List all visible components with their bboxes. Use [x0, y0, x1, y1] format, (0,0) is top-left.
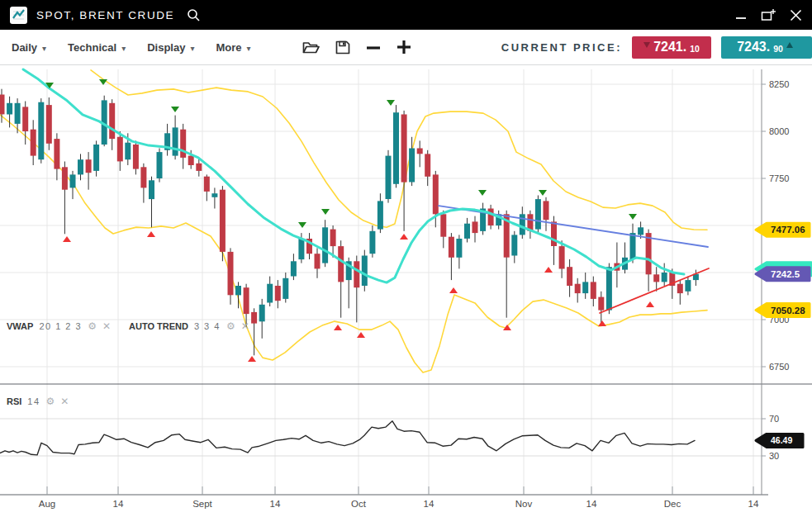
- svg-text:30: 30: [769, 451, 779, 461]
- svg-text:14: 14: [586, 499, 597, 509]
- svg-text:7750: 7750: [769, 173, 789, 183]
- price-down-arrow-icon: [643, 42, 650, 48]
- svg-text:8250: 8250: [769, 79, 789, 89]
- svg-text:Aug: Aug: [39, 499, 55, 509]
- svg-text:Dec: Dec: [664, 499, 681, 509]
- current-price-label: CURRENT PRICE:: [501, 41, 622, 54]
- vwap-line: [23, 69, 684, 282]
- indicator-legend-row: VWAP 20 1 2 3 ⚙ ✕ AUTO TREND 3 3 4 ⚙ ✕: [7, 321, 249, 331]
- menu-more-label: More: [216, 41, 241, 54]
- svg-text:7477.06: 7477.06: [771, 225, 805, 235]
- menu-technical-label: Technical: [68, 41, 116, 54]
- vwap-indicator-label: VWAP: [7, 321, 33, 331]
- svg-text:7050.28: 7050.28: [771, 306, 805, 315]
- menu-technical[interactable]: Technical ▾: [68, 41, 126, 54]
- ask-price-main: 7243.: [737, 40, 770, 55]
- minimize-button[interactable]: [735, 9, 747, 21]
- autotrend-settings-gear-icon[interactable]: ⚙: [226, 321, 235, 331]
- auto-trend-lines: [439, 206, 709, 313]
- svg-text:70: 70: [769, 414, 779, 424]
- menu-daily[interactable]: Daily ▾: [12, 41, 46, 54]
- svg-text:14: 14: [424, 499, 434, 509]
- ask-price-fraction: 90: [773, 44, 783, 54]
- svg-text:14: 14: [113, 499, 124, 509]
- title-bar: SPOT, BRENT CRUDE: [0, 0, 812, 30]
- price-up-arrow-icon: [786, 42, 793, 48]
- menu-display-label: Display: [147, 41, 185, 54]
- zoom-out-icon[interactable]: [366, 40, 381, 55]
- svg-text:Nov: Nov: [515, 499, 533, 509]
- vwap-settings-gear-icon[interactable]: ⚙: [88, 321, 97, 331]
- svg-text:Oct: Oct: [351, 499, 367, 509]
- menu-more[interactable]: More ▾: [216, 41, 250, 54]
- svg-text:8000: 8000: [769, 126, 789, 136]
- svg-text:14: 14: [270, 499, 281, 509]
- window-title: SPOT, BRENT CRUDE: [36, 9, 174, 21]
- autotrend-indicator-params: 3 3 4: [194, 321, 221, 331]
- popout-window-button[interactable]: [761, 8, 776, 21]
- vwap-remove-icon[interactable]: ✕: [102, 321, 111, 331]
- toolbar: Daily ▾ Technical ▾ Display ▾ More ▾: [0, 30, 812, 65]
- svg-text:Sept: Sept: [192, 499, 212, 509]
- bid-price-fraction: 10: [690, 44, 700, 54]
- search-icon[interactable]: [187, 8, 201, 22]
- app-logo-icon: [10, 7, 27, 24]
- ask-price-badge: 7243. 90: [721, 36, 812, 59]
- svg-text:7242.5: 7242.5: [771, 269, 800, 279]
- candlesticks: [0, 89, 699, 356]
- chevron-down-icon: ▾: [42, 42, 46, 53]
- rsi-settings-gear-icon[interactable]: ⚙: [46, 396, 55, 406]
- bid-price-badge: 7241. 10: [632, 36, 711, 59]
- svg-text:6750: 6750: [769, 362, 789, 372]
- rsi-remove-icon[interactable]: ✕: [60, 396, 69, 406]
- price-badges: 7477.067242.57050.2846.49: [756, 223, 811, 447]
- close-button[interactable]: [790, 9, 802, 21]
- autotrend-indicator-label: AUTO TREND: [129, 321, 188, 331]
- zoom-in-icon[interactable]: [397, 40, 411, 55]
- menu-daily-label: Daily: [12, 41, 37, 54]
- price-chart[interactable]: Aug14Sept14Oct14Nov14Dec1482508000775075…: [0, 65, 812, 516]
- menu-display[interactable]: Display ▾: [147, 41, 194, 54]
- svg-text:14: 14: [748, 499, 759, 509]
- rsi-line: [0, 421, 695, 455]
- rsi-legend-row: RSI 14 ⚙ ✕: [7, 396, 69, 406]
- open-folder-icon[interactable]: [302, 40, 320, 55]
- chevron-down-icon: ▾: [190, 42, 194, 53]
- svg-text:46.49: 46.49: [771, 435, 792, 445]
- bid-price-main: 7241.: [653, 40, 686, 55]
- rsi-indicator-params: 14: [27, 396, 40, 406]
- chevron-down-icon: ▾: [247, 42, 251, 53]
- chart-area: Aug14Sept14Oct14Nov14Dec1482508000775075…: [0, 65, 812, 516]
- rsi-indicator-label: RSI: [7, 396, 21, 406]
- save-icon[interactable]: [335, 40, 350, 55]
- vwap-indicator-params: 20 1 2 3: [39, 321, 82, 331]
- chevron-down-icon: ▾: [121, 42, 126, 53]
- autotrend-remove-icon[interactable]: ✕: [241, 321, 249, 331]
